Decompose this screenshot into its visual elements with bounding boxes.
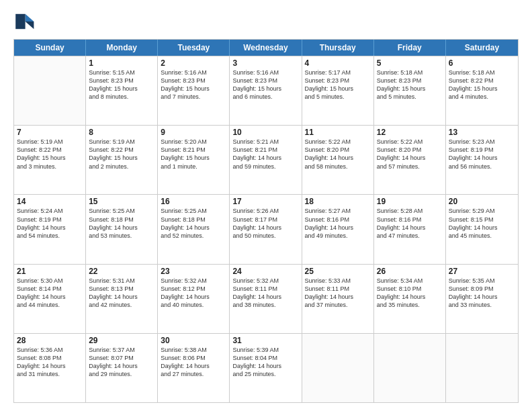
cell-line: and 1 minute.	[161, 163, 226, 171]
cell-line: Sunset: 8:11 PM	[232, 285, 298, 293]
cell-line: Sunset: 8:09 PM	[449, 285, 515, 293]
day-number: 9	[161, 128, 226, 137]
calendar-cell-22: 22Sunrise: 5:31 AMSunset: 8:13 PMDayligh…	[86, 265, 158, 333]
cell-line: Daylight: 15 hours	[305, 85, 371, 93]
calendar-cell-16: 16Sunrise: 5:25 AMSunset: 8:18 PMDayligh…	[158, 195, 230, 263]
cell-line: Sunset: 8:22 PM	[449, 77, 515, 85]
day-number: 16	[161, 197, 226, 206]
day-number: 22	[89, 267, 154, 276]
cell-line: and 56 minutes.	[449, 163, 515, 171]
calendar-cell-13: 13Sunrise: 5:23 AMSunset: 8:19 PMDayligh…	[446, 126, 518, 194]
calendar-cell-12: 12Sunrise: 5:22 AMSunset: 8:20 PMDayligh…	[374, 126, 446, 194]
calendar-row-3: 21Sunrise: 5:30 AMSunset: 8:14 PMDayligh…	[14, 264, 518, 333]
calendar-cell-15: 15Sunrise: 5:25 AMSunset: 8:18 PMDayligh…	[86, 195, 158, 263]
day-number: 8	[89, 128, 154, 137]
header-day-thursday: Thursday	[302, 40, 374, 56]
cell-line: and 44 minutes.	[17, 301, 83, 309]
cell-line: Daylight: 14 hours	[232, 293, 298, 301]
cell-line: and 25 minutes.	[232, 370, 298, 378]
day-number: 2	[161, 58, 226, 68]
cell-line: and 29 minutes.	[89, 370, 154, 378]
cell-line: Sunset: 8:12 PM	[161, 285, 226, 293]
calendar: SundayMondayTuesdayWednesdayThursdayFrid…	[13, 39, 519, 403]
calendar-cell-11: 11Sunrise: 5:22 AMSunset: 8:20 PMDayligh…	[302, 126, 374, 194]
cell-line: and 5 minutes.	[305, 93, 371, 101]
cell-line: Sunset: 8:06 PM	[161, 354, 226, 362]
cell-line: Daylight: 15 hours	[161, 154, 226, 162]
cell-line: Sunset: 8:23 PM	[305, 77, 371, 85]
day-number: 6	[449, 58, 515, 68]
day-number: 18	[305, 197, 371, 206]
day-number: 3	[232, 58, 298, 68]
cell-line: Sunrise: 5:16 AM	[161, 68, 226, 77]
cell-line: and 52 minutes.	[161, 232, 226, 240]
cell-line: Sunrise: 5:15 AM	[89, 68, 154, 77]
cell-line: Sunset: 8:18 PM	[89, 216, 154, 224]
calendar-cell-26: 26Sunrise: 5:34 AMSunset: 8:10 PMDayligh…	[374, 265, 446, 333]
header-day-friday: Friday	[374, 40, 446, 56]
calendar-cell-28: 28Sunrise: 5:36 AMSunset: 8:08 PMDayligh…	[14, 334, 86, 402]
cell-line: Daylight: 14 hours	[232, 154, 298, 162]
day-number: 10	[232, 128, 298, 137]
cell-line: Daylight: 14 hours	[377, 224, 443, 232]
calendar-cell-9: 9Sunrise: 5:20 AMSunset: 8:21 PMDaylight…	[158, 126, 230, 194]
cell-line: Sunset: 8:18 PM	[161, 216, 226, 224]
cell-line: Daylight: 15 hours	[17, 154, 83, 162]
cell-line: Daylight: 14 hours	[17, 362, 83, 370]
day-number: 7	[17, 128, 83, 137]
cell-line: and 7 minutes.	[161, 93, 226, 101]
day-number: 12	[377, 128, 443, 137]
day-number: 29	[89, 336, 154, 345]
calendar-header: SundayMondayTuesdayWednesdayThursdayFrid…	[14, 40, 518, 56]
cell-line: Sunset: 8:19 PM	[17, 216, 83, 224]
cell-line: and 8 minutes.	[89, 93, 154, 101]
cell-line: Sunset: 8:22 PM	[17, 146, 83, 154]
cell-line: Sunrise: 5:36 AM	[17, 346, 83, 354]
cell-line: Daylight: 14 hours	[377, 293, 443, 301]
calendar-cell-1: 1Sunrise: 5:15 AMSunset: 8:23 PMDaylight…	[86, 56, 158, 125]
calendar-cell-25: 25Sunrise: 5:33 AMSunset: 8:11 PMDayligh…	[302, 265, 374, 333]
cell-line: and 47 minutes.	[377, 232, 443, 240]
cell-line: Sunrise: 5:23 AM	[449, 138, 515, 146]
cell-line: Sunrise: 5:19 AM	[89, 138, 154, 146]
cell-line: Daylight: 14 hours	[305, 293, 371, 301]
cell-line: Daylight: 14 hours	[89, 362, 154, 370]
calendar-row-2: 14Sunrise: 5:24 AMSunset: 8:19 PMDayligh…	[14, 194, 518, 263]
cell-line: Daylight: 14 hours	[449, 154, 515, 162]
cell-line: and 27 minutes.	[161, 370, 226, 378]
cell-line: Daylight: 14 hours	[377, 154, 443, 162]
calendar-body: 1Sunrise: 5:15 AMSunset: 8:23 PMDaylight…	[14, 56, 518, 402]
cell-line: Sunset: 8:20 PM	[305, 146, 371, 154]
cell-line: Sunrise: 5:37 AM	[89, 346, 154, 354]
calendar-cell-5: 5Sunrise: 5:18 AMSunset: 8:23 PMDaylight…	[374, 56, 446, 125]
day-number: 30	[161, 336, 226, 345]
calendar-cell-8: 8Sunrise: 5:19 AMSunset: 8:22 PMDaylight…	[86, 126, 158, 194]
cell-line: Sunset: 8:08 PM	[17, 354, 83, 362]
cell-line: and 2 minutes.	[89, 163, 154, 171]
cell-line: Sunset: 8:19 PM	[449, 146, 515, 154]
day-number: 26	[377, 267, 443, 276]
calendar-cell-29: 29Sunrise: 5:37 AMSunset: 8:07 PMDayligh…	[86, 334, 158, 402]
calendar-cell-2: 2Sunrise: 5:16 AMSunset: 8:23 PMDaylight…	[158, 56, 230, 125]
cell-line: Sunrise: 5:17 AM	[305, 68, 371, 77]
cell-line: Sunrise: 5:16 AM	[232, 68, 298, 77]
calendar-cell-17: 17Sunrise: 5:26 AMSunset: 8:17 PMDayligh…	[230, 195, 302, 263]
cell-line: Sunrise: 5:18 AM	[377, 68, 443, 77]
logo-icon	[13, 11, 35, 32]
cell-line: and 5 minutes.	[377, 93, 443, 101]
header-day-wednesday: Wednesday	[230, 40, 302, 56]
calendar-cell-10: 10Sunrise: 5:21 AMSunset: 8:21 PMDayligh…	[230, 126, 302, 194]
svg-marker-1	[26, 21, 34, 29]
cell-line: and 49 minutes.	[305, 232, 371, 240]
cell-line: Sunrise: 5:20 AM	[161, 138, 226, 146]
cell-line: Sunrise: 5:19 AM	[17, 138, 83, 146]
cell-line: Sunrise: 5:35 AM	[449, 277, 515, 285]
cell-line: Daylight: 14 hours	[232, 224, 298, 232]
day-number: 4	[305, 58, 371, 68]
header-day-monday: Monday	[86, 40, 158, 56]
cell-line: Daylight: 14 hours	[161, 362, 226, 370]
calendar-cell-empty-4-5	[374, 334, 446, 402]
header	[13, 11, 519, 32]
cell-line: Sunset: 8:21 PM	[232, 146, 298, 154]
cell-line: and 40 minutes.	[161, 301, 226, 309]
